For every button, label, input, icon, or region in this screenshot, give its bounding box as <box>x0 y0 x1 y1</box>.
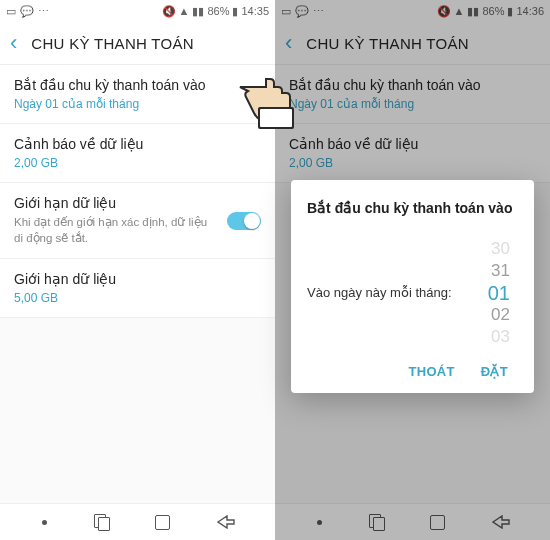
wheel-item: 02 <box>462 304 518 326</box>
wifi-icon: ▲ <box>179 6 190 17</box>
app-header: ‹ CHU KỲ THANH TOÁN <box>0 22 275 65</box>
wheel-item: 31 <box>462 260 518 282</box>
row-subtitle: 2,00 GB <box>14 156 261 170</box>
wheel-item: 30 <box>462 238 518 260</box>
nav-dot-icon <box>42 520 47 525</box>
status-bar: ▭ 💬 ⋯ 🔇 ▲ ▮▮ 86% ▮ 14:35 <box>0 0 275 22</box>
row-data-limit-toggle[interactable]: Giới hạn dữ liệu Khi đạt đến giới hạn xá… <box>0 183 275 259</box>
dialog-cancel-button[interactable]: THOÁT <box>408 364 454 379</box>
toggle-switch[interactable] <box>227 212 261 230</box>
battery-icon: ▮ <box>232 6 238 17</box>
row-data-limit-value[interactable]: Giới hạn dữ liệu 5,00 GB <box>0 259 275 318</box>
mute-icon: 🔇 <box>162 6 176 17</box>
row-subtitle: Ngày 01 của mỗi tháng <box>14 97 261 111</box>
clock-text: 14:35 <box>241 6 269 17</box>
signal-icon: ▮▮ <box>192 6 204 17</box>
wheel-item-selected: 01 <box>462 282 518 304</box>
dialog-ok-button[interactable]: ĐẶT <box>481 364 508 379</box>
row-title: Giới hạn dữ liệu <box>14 271 261 287</box>
nav-back-button[interactable] <box>217 515 233 529</box>
day-wheel-picker[interactable]: 30 31 01 02 03 <box>462 238 518 348</box>
row-description: Khi đạt đến giới hạn xác định, dữ liệu d… <box>14 215 217 246</box>
notif-icon: ▭ <box>6 6 16 17</box>
chat-icon: 💬 <box>20 6 34 17</box>
dialog-title: Bắt đầu chu kỳ thanh toán vào <box>307 200 518 216</box>
row-title: Cảnh báo về dữ liệu <box>14 136 261 152</box>
wheel-item: 03 <box>462 326 518 348</box>
back-icon[interactable]: ‹ <box>10 32 17 54</box>
row-data-warning[interactable]: Cảnh báo về dữ liệu 2,00 GB <box>0 124 275 183</box>
nav-home-button[interactable] <box>155 515 170 530</box>
row-title: Bắt đầu chu kỳ thanh toán vào <box>14 77 261 93</box>
row-billing-cycle[interactable]: Bắt đầu chu kỳ thanh toán vào Ngày 01 củ… <box>0 65 275 124</box>
row-title: Giới hạn dữ liệu <box>14 195 217 211</box>
page-title: CHU KỲ THANH TOÁN <box>31 35 194 52</box>
nav-recents-button[interactable] <box>94 514 108 530</box>
nav-bar <box>0 503 275 540</box>
billing-day-dialog: Bắt đầu chu kỳ thanh toán vào Vào ngày n… <box>291 180 534 393</box>
dialog-label: Vào ngày này mỗi tháng: <box>307 285 454 302</box>
bubble-icon: ⋯ <box>38 6 49 17</box>
row-subtitle: 5,00 GB <box>14 291 261 305</box>
battery-text: 86% <box>207 6 229 17</box>
